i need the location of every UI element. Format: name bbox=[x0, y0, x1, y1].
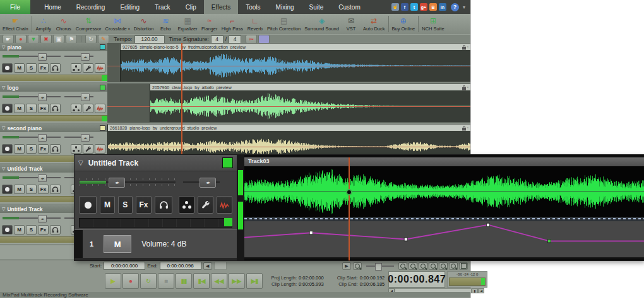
pan-slider[interactable]: ◂▸ bbox=[64, 53, 93, 59]
volume-slider-handle[interactable]: ◂▸ bbox=[38, 134, 47, 142]
pan-slider[interactable]: ◂▸ bbox=[183, 178, 220, 186]
audio-clip[interactable]: 927685_simple-piano-logo-5_by_fredmusicp… bbox=[120, 44, 470, 82]
automation-point[interactable] bbox=[547, 240, 551, 243]
import-file-button[interactable]: ▼ bbox=[28, 35, 39, 44]
tab-file[interactable]: File bbox=[0, 0, 30, 14]
mixer-button[interactable] bbox=[71, 104, 81, 113]
volume-slider-handle[interactable]: ◂▸ bbox=[38, 94, 47, 101]
facebook-icon[interactable]: f bbox=[401, 3, 408, 11]
volume-slider[interactable]: ◂▸ bbox=[3, 174, 61, 181]
waveform-display[interactable] bbox=[244, 166, 644, 217]
skip-to-start-button[interactable]: ▮◀ bbox=[193, 273, 210, 289]
volume-slider[interactable]: ◂▸ bbox=[3, 94, 61, 100]
tab-home[interactable]: Home bbox=[37, 0, 69, 14]
pan-slider[interactable]: ◂▸ bbox=[64, 94, 93, 100]
volume-slider[interactable]: ◂▸ bbox=[3, 53, 61, 59]
track-color-swatch[interactable] bbox=[100, 125, 105, 131]
volume-slider-handle[interactable]: ◂▸ bbox=[38, 53, 47, 61]
tab-clip[interactable]: Clip bbox=[178, 0, 204, 14]
magnify-tool-button[interactable] bbox=[353, 262, 362, 270]
fx-button[interactable]: Fx bbox=[38, 63, 49, 73]
track-settings-button[interactable] bbox=[83, 63, 93, 73]
clip-title-bar[interactable]: 2057960_clean-logo_by_albafo_preview▫ bbox=[150, 84, 470, 90]
solo-button[interactable]: S bbox=[26, 144, 37, 154]
hscroll-thumb-button[interactable]: ▮ bbox=[472, 288, 478, 293]
fx-button[interactable]: Fx bbox=[38, 104, 49, 113]
zoom-to-selection-button[interactable] bbox=[419, 262, 427, 270]
distortion-button[interactable]: ∿Distortion bbox=[132, 14, 156, 34]
tab-tools[interactable]: Tools bbox=[238, 0, 268, 14]
compressor-button[interactable]: ⇅Compressor bbox=[74, 14, 104, 34]
tab-custom[interactable]: Custom bbox=[331, 0, 367, 14]
pan-slider-handle[interactable]: ◂▸ bbox=[81, 53, 90, 61]
automation-button[interactable] bbox=[95, 63, 105, 73]
selection-end-field[interactable]: 0:00:00.096 bbox=[160, 262, 201, 270]
monitor-headphones-button[interactable] bbox=[50, 185, 61, 194]
buy-online-button[interactable]: ⊕Buy Online bbox=[390, 14, 417, 34]
tab-suite[interactable]: Suite bbox=[302, 0, 331, 14]
time-signature-numerator-field[interactable]: 4 bbox=[211, 35, 224, 44]
timeline-row-2[interactable]: 2057960_clean-logo_by_albafo_preview▫ bbox=[107, 83, 470, 123]
tab-editing[interactable]: Editing bbox=[112, 0, 147, 14]
automation-point[interactable] bbox=[404, 238, 407, 241]
scrollbar-thumb[interactable] bbox=[214, 262, 227, 270]
mute-button[interactable]: M bbox=[100, 196, 114, 214]
playhead-cursor[interactable] bbox=[349, 157, 350, 260]
inspector-title-bar[interactable]: ▽ Untitled Track bbox=[75, 155, 237, 171]
skip-to-end-button[interactable]: ▶▮ bbox=[246, 273, 263, 289]
chevron-down-icon[interactable]: ▾ bbox=[128, 27, 130, 31]
collapse-caret-icon[interactable]: ▽ bbox=[2, 126, 5, 131]
track-color-swatch[interactable] bbox=[100, 85, 105, 90]
record-arm-button[interactable] bbox=[2, 63, 13, 73]
collapse-caret-icon[interactable]: ▽ bbox=[2, 45, 5, 50]
collapse-caret-icon[interactable]: ▽ bbox=[2, 85, 5, 90]
scroll-right-button[interactable]: ▶ bbox=[342, 262, 351, 270]
select-tool-button[interactable]: ☛ bbox=[3, 35, 14, 44]
mixer-button[interactable] bbox=[71, 63, 81, 73]
collapse-caret-icon[interactable]: ▽ bbox=[2, 207, 5, 212]
volume-slider[interactable]: ◂▸ bbox=[3, 215, 61, 221]
mute-button[interactable]: M bbox=[14, 185, 25, 194]
reverb-button[interactable]: ∟Reverb bbox=[245, 14, 265, 34]
solo-button[interactable]: S bbox=[26, 225, 37, 235]
monitor-headphones-button[interactable] bbox=[155, 196, 172, 214]
swatch-button[interactable] bbox=[258, 35, 270, 44]
pan-slider[interactable]: ◂▸ bbox=[64, 134, 93, 140]
selection-start-field[interactable]: 0:00:00.000 bbox=[104, 262, 145, 270]
automation-point[interactable] bbox=[487, 223, 490, 226]
fx-button[interactable]: Fx bbox=[38, 225, 49, 235]
track-title-bar[interactable]: ▽logo bbox=[0, 83, 107, 92]
record-arm-button[interactable] bbox=[2, 185, 13, 194]
chorus-button[interactable]: ∿Chorus bbox=[54, 14, 74, 34]
track-settings-button[interactable] bbox=[83, 144, 93, 154]
nch-suite-button[interactable]: ⊞NCH Suite bbox=[420, 14, 446, 34]
fx-button[interactable]: Fx bbox=[38, 144, 49, 154]
track-settings-button[interactable] bbox=[198, 196, 213, 214]
stop-button[interactable]: ■ bbox=[158, 273, 174, 289]
time-signature-denominator-field[interactable]: 4 bbox=[229, 35, 241, 44]
audio-clip[interactable]: 2057960_clean-logo_by_albafo_preview▫ bbox=[150, 84, 470, 122]
mute-button[interactable]: M bbox=[14, 144, 25, 154]
zoom-full-button[interactable] bbox=[449, 262, 458, 270]
clip-menu-icon[interactable]: ▫ bbox=[467, 126, 468, 130]
monitor-headphones-button[interactable] bbox=[50, 63, 61, 73]
flanger-button[interactable]: ≈Flanger bbox=[200, 14, 220, 34]
tab-mixing[interactable]: Mixing bbox=[268, 0, 302, 14]
monitor-button[interactable]: ▣ bbox=[53, 35, 64, 44]
volume-automation-lane[interactable] bbox=[244, 221, 644, 259]
mixer-button[interactable] bbox=[71, 144, 81, 154]
equalizer-button[interactable]: ▦Equalizer bbox=[176, 14, 199, 34]
track-title-bar[interactable]: ▽second piano bbox=[0, 124, 107, 132]
pan-slider-handle[interactable]: ◂▸ bbox=[200, 178, 216, 188]
solo-button[interactable]: S bbox=[118, 196, 133, 214]
track-title-bar[interactable]: ▽piano bbox=[0, 43, 107, 51]
amplify-button[interactable]: ∴Amplify bbox=[33, 14, 54, 34]
volume-slider-handle[interactable]: ◂▸ bbox=[109, 178, 125, 188]
chevron-down-icon[interactable]: ▾ bbox=[463, 4, 465, 10]
automation-button[interactable] bbox=[217, 196, 232, 214]
record-arm-button[interactable] bbox=[2, 225, 13, 235]
clip-title-bar[interactable]: 927685_simple-piano-logo-5_by_fredmusicp… bbox=[121, 44, 470, 50]
zoom-slider[interactable] bbox=[366, 263, 394, 269]
playhead-anchor-point[interactable] bbox=[346, 189, 352, 195]
auto-duck-button[interactable]: ⇄Auto Duck bbox=[361, 14, 387, 34]
